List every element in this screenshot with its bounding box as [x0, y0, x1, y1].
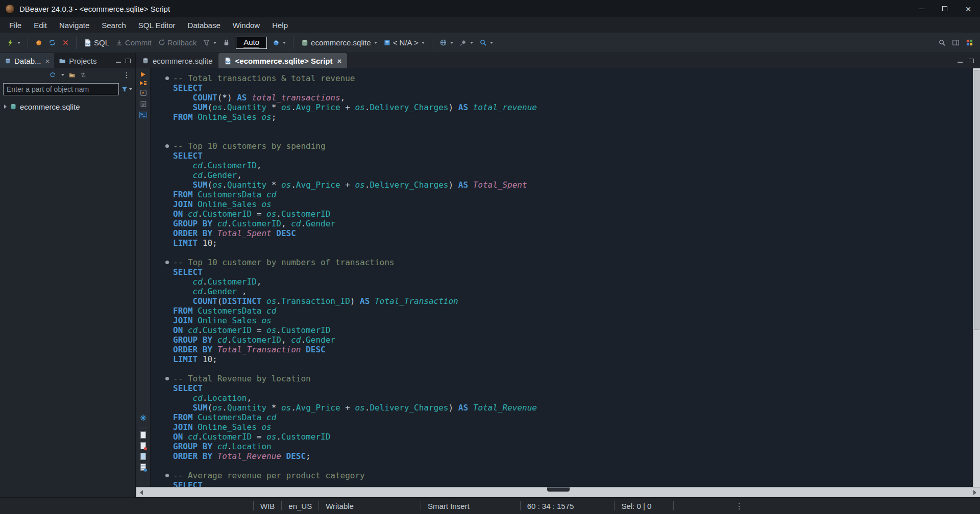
tab-projects[interactable]: Projects	[54, 53, 101, 68]
vertical-scrollbar-thumb[interactable]	[974, 70, 979, 330]
output-doc-icon[interactable]	[140, 431, 146, 439]
sync-connection-button[interactable]	[46, 36, 59, 50]
database-navigator-icon	[5, 58, 11, 64]
commit-mode-button[interactable]	[270, 36, 288, 50]
close-icon[interactable]: ×	[337, 57, 341, 65]
schema-selector[interactable]: < N/A >	[381, 36, 427, 50]
menu-file[interactable]: File	[3, 17, 28, 33]
code-line: FROM CustomersData cd	[173, 413, 973, 422]
log-doc-icon[interactable]	[140, 442, 146, 449]
menu-edit[interactable]: Edit	[28, 17, 53, 33]
funnel-icon	[121, 86, 128, 93]
minimize-view-icon[interactable]	[958, 59, 963, 63]
menu-sql-editor[interactable]: SQL Editor	[132, 17, 182, 33]
splitter-handle[interactable]	[547, 487, 570, 492]
sql-editor-button[interactable]: SQL SQL	[81, 36, 112, 50]
code-line: ORDER BY Total_Transaction DESC	[173, 345, 973, 354]
autocommit-lock-button[interactable]	[220, 36, 233, 50]
object-filter-input[interactable]	[3, 83, 119, 95]
object-filter-row	[0, 82, 135, 97]
quick-search-button[interactable]	[936, 36, 948, 50]
tree-item-ecommerce-sqlite[interactable]: ecommerce.sqlite	[0, 101, 135, 112]
chevron-right-icon[interactable]	[4, 105, 7, 109]
menu-database[interactable]: Database	[182, 17, 227, 33]
sql-code-area[interactable]: -- Total transactions & total revenueSEL…	[151, 68, 973, 487]
code-line: -- Top 10 customer by numbers of transac…	[173, 258, 973, 267]
tab-database-navigator[interactable]: Datab... ×	[0, 53, 54, 68]
tab-ecommerce-sqlite[interactable]: ecommerce.sqlite	[136, 53, 218, 68]
toggle-panel-button[interactable]	[949, 36, 962, 50]
transaction-mode-field[interactable]: Auto	[236, 37, 267, 49]
magnifier-blue-icon	[479, 39, 487, 46]
info-badge	[144, 469, 147, 472]
chevron-down-icon	[470, 42, 473, 44]
code-line: LIMIT 10;	[173, 354, 973, 364]
collapse-folder-icon[interactable]	[68, 72, 76, 79]
open-sql-console-button[interactable]	[33, 36, 45, 50]
navigator-toolbar: ⋮	[0, 68, 135, 82]
link-editor-icon[interactable]	[80, 72, 87, 78]
editor-toolbar-bottom-group: ....	[139, 415, 147, 487]
view-menu-icon[interactable]: ⋮	[123, 71, 130, 79]
new-connection-button[interactable]	[4, 36, 23, 50]
statement-marker-icon	[165, 377, 169, 380]
menu-search[interactable]: Search	[95, 17, 132, 33]
horizontal-scrollbar[interactable]	[136, 487, 980, 497]
cursor-position-indicator[interactable]: 60 : 34 : 1575	[521, 502, 581, 510]
code-line: FROM CustomersData cd	[173, 190, 973, 199]
statement-marker-icon	[165, 76, 169, 80]
chevron-down-icon	[129, 88, 132, 90]
chevron-down-icon[interactable]	[61, 74, 64, 76]
navigator-scope-button[interactable]	[437, 36, 456, 50]
code-line: GROUP BY cd.CustomerID, cd.Gender	[173, 219, 973, 228]
editor-tabs: ecommerce.sqlite SQL <ecommerce.sqlite> …	[136, 53, 980, 68]
transaction-mode-button[interactable]	[200, 36, 219, 50]
maximize-button[interactable]	[933, 0, 957, 17]
menu-help[interactable]: Help	[266, 17, 294, 33]
locale-indicator: en_US	[282, 502, 318, 510]
perspective-button[interactable]	[963, 36, 976, 50]
object-search-button[interactable]	[477, 36, 496, 50]
close-button[interactable]: ×	[957, 0, 980, 17]
tab-projects-label: Projects	[69, 57, 96, 65]
close-icon[interactable]: ×	[45, 57, 50, 65]
minimize-button[interactable]	[910, 0, 933, 17]
maximize-view-icon[interactable]	[126, 59, 131, 63]
execute-statement-icon[interactable]	[141, 72, 145, 77]
code-line: GROUP BY cd.CustomerID, cd.Gender	[173, 335, 973, 345]
commit-button[interactable]: Commit	[113, 36, 154, 50]
commit-label: Commit	[125, 38, 152, 47]
blue-doc-icon[interactable]	[140, 453, 146, 460]
code-line: GROUP BY cd.Location	[173, 442, 973, 451]
statusbar-overflow-icon[interactable]: ⋮	[735, 501, 743, 511]
code-line: ORDER BY Total_Revenue DESC;	[173, 451, 973, 461]
console-icon[interactable]: >_	[139, 112, 147, 118]
list-doc-icon[interactable]	[140, 464, 146, 471]
disconnect-button[interactable]	[60, 36, 71, 50]
execute-new-tab-icon[interactable]	[140, 89, 147, 96]
minimize-view-icon[interactable]	[116, 59, 121, 63]
vertical-scrollbar[interactable]	[973, 68, 980, 487]
filter-settings-button[interactable]	[121, 86, 132, 93]
insert-mode-indicator: Smart Insert	[421, 502, 476, 510]
scroll-right-icon[interactable]	[973, 490, 976, 495]
code-line	[173, 461, 973, 471]
folder-icon	[59, 58, 66, 64]
tab-label: <ecommerce.sqlite> Script	[235, 57, 333, 65]
explain-plan-icon[interactable]	[140, 100, 147, 108]
refresh-icon[interactable]	[49, 71, 56, 79]
main-area: Datab... × Projects	[0, 53, 980, 497]
menu-window[interactable]: Window	[227, 17, 266, 33]
tab-script-active[interactable]: SQL <ecommerce.sqlite> Script ×	[218, 53, 348, 68]
rollback-button[interactable]: Rollback	[155, 36, 200, 50]
connection-selector[interactable]: ecommerce.sqlite	[298, 36, 380, 50]
snowflake-icon[interactable]	[140, 415, 146, 421]
menu-navigate[interactable]: Navigate	[53, 17, 95, 33]
network-profile-button[interactable]	[457, 36, 476, 50]
code-line: SUM(os.Quantity * os.Avg_Price + os.Deli…	[173, 403, 973, 413]
scroll-left-icon[interactable]	[140, 490, 143, 495]
code-line: SUM(os.Quantity * os.Avg_Price + os.Deli…	[173, 180, 973, 190]
maximize-view-icon[interactable]	[969, 59, 974, 63]
execute-script-icon[interactable]	[140, 81, 146, 85]
titlebar: DBeaver 24.0.3 - <ecommerce.sqlite> Scri…	[0, 0, 980, 17]
